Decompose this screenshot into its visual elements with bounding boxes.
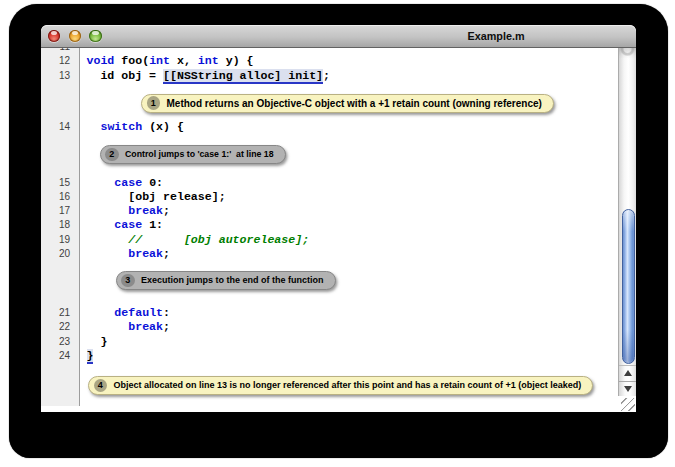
code-segment: break [128, 247, 163, 260]
code-segment: ; [163, 247, 170, 260]
line-number: 20 [41, 247, 80, 261]
code-line: 17 break; [41, 204, 618, 218]
code-segment: case [114, 218, 142, 231]
line-number: 23 [41, 335, 80, 349]
code-segment: (x) { [142, 120, 184, 133]
code-segment: void [87, 54, 115, 67]
code-segment: // [obj autorelease]; [128, 233, 309, 246]
vertical-scrollbar[interactable] [618, 48, 636, 396]
scroll-buttons-divider [619, 381, 636, 382]
line-number: 14 [41, 120, 80, 134]
code-line: 20 break; [41, 247, 618, 261]
bubble-message: Execution jumps to the end of the functi… [141, 275, 324, 285]
code-text: break; [80, 247, 170, 261]
analyzer-range-highlight: } [87, 349, 94, 364]
code-text: break; [80, 320, 170, 334]
bubble-step-number: 4 [94, 379, 108, 393]
bubble-step-number: 1 [147, 96, 161, 110]
analyzer-bubble-2[interactable]: 2Control jumps to 'case 1:' at line 18 [100, 145, 286, 164]
line-number: 21 [41, 306, 80, 320]
code-segment: } [87, 335, 108, 348]
code-text: default: [80, 306, 170, 320]
bubble-message: Control jumps to 'case 1:' at line 18 [125, 149, 274, 159]
code-line: 21 default: [41, 306, 618, 320]
window-title: Example.m [467, 25, 524, 47]
code-segment: id obj = [87, 69, 164, 82]
resize-grip-icon[interactable] [621, 398, 635, 411]
code-segment [87, 320, 129, 333]
code-line: 12void foo(int x, int y) { [41, 54, 618, 68]
code-viewport: 1112void foo(int x, int y) {13 id obj = … [41, 48, 618, 406]
code-segment [87, 204, 129, 217]
code-segment: default [114, 306, 163, 319]
code-text: case 0: [80, 176, 163, 190]
minimize-button[interactable] [69, 30, 81, 42]
code-text: case 1: [80, 218, 163, 232]
code-segment: [obj release]; [87, 190, 226, 203]
code-segment [87, 247, 129, 260]
code-line: 24} [41, 349, 618, 363]
code-segment: 1: [142, 218, 163, 231]
code-line: 18 case 1: [41, 218, 618, 232]
code-line: 14 switch (x) { [41, 120, 618, 134]
window-controls [48, 30, 102, 42]
code-line: 22 break; [41, 320, 618, 334]
code-segment [87, 120, 101, 133]
code-segment: x, [170, 54, 198, 67]
code-segment: y) { [219, 54, 254, 67]
code-line: 19 // [obj autorelease]; [41, 233, 618, 247]
code-line: 13 id obj = [[NSString alloc] init]; [41, 69, 618, 83]
analyzer-range-highlight: [[NSString alloc] init] [163, 69, 323, 84]
code-segment [87, 306, 115, 319]
line-number: 13 [41, 69, 80, 83]
line-number: 19 [41, 233, 80, 247]
line-number: 17 [41, 204, 80, 218]
bubble-message: Method returns an Objective-C object wit… [167, 98, 542, 109]
code-segment [87, 176, 115, 189]
code-segment: foo( [114, 54, 149, 67]
code-text: void foo(int x, int y) { [80, 54, 254, 68]
window: Example.m 1112void foo(int x, int y) {13… [41, 25, 636, 412]
code-segment [87, 233, 129, 246]
zoom-button[interactable] [89, 30, 101, 42]
code-line: 16 [obj release]; [41, 190, 618, 204]
line-number: 15 [41, 176, 80, 190]
code-segment: 0: [142, 176, 163, 189]
title-bar[interactable]: Example.m [41, 25, 636, 48]
close-button[interactable] [48, 30, 60, 42]
scroll-down-arrow-icon[interactable] [624, 386, 632, 392]
code-segment: : [163, 306, 170, 319]
code-line: 15 case 0: [41, 176, 618, 190]
code-text: } [80, 349, 93, 363]
code-text: switch (x) { [80, 120, 184, 134]
code-text: id obj = [[NSString alloc] init]; [80, 69, 330, 83]
bubble-message: Object allocated on line 13 is no longer… [114, 380, 582, 390]
line-number: 16 [41, 190, 80, 204]
line-number: 18 [41, 218, 80, 232]
analyzer-bubble-3[interactable]: 3Execution jumps to the end of the funct… [116, 271, 336, 290]
bubble-row: 1Method returns an Objective-C object wi… [41, 83, 618, 120]
code-rows: 1112void foo(int x, int y) {13 id obj = … [41, 48, 618, 395]
analyzer-bubble-1[interactable]: 1Method returns an Objective-C object wi… [141, 94, 554, 113]
scroll-up-arrow-icon[interactable] [624, 370, 632, 376]
bubble-step-number: 2 [105, 148, 119, 162]
code-text: [obj release]; [80, 190, 226, 204]
editor-content: 1112void foo(int x, int y) {13 id obj = … [41, 48, 636, 412]
code-text: // [obj autorelease]; [80, 233, 309, 247]
code-segment: switch [100, 120, 142, 133]
bubble-step-number: 3 [121, 274, 135, 288]
bubble-row: 3Execution jumps to the end of the funct… [41, 261, 618, 306]
code-segment: break [128, 204, 163, 217]
analyzer-bubble-4[interactable]: 4Object allocated on line 13 is no longe… [88, 376, 593, 395]
scrollbar-thumb[interactable] [622, 209, 635, 364]
code-line: 23 } [41, 335, 618, 349]
code-segment: ; [163, 204, 170, 217]
line-number: 24 [41, 349, 80, 363]
scrollbar-buttons [619, 365, 636, 396]
code-segment: break [128, 320, 163, 333]
code-segment: ; [323, 69, 330, 82]
code-text: } [80, 335, 107, 349]
code-segment: ; [163, 320, 170, 333]
code-segment: case [114, 176, 142, 189]
code-segment [87, 218, 115, 231]
